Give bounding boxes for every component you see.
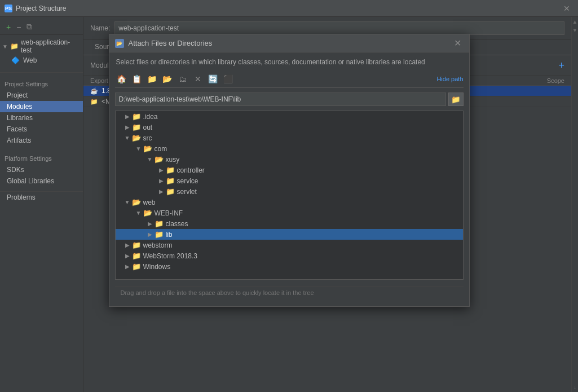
dialog-title-bar: 📂 Attach Files or Directories ✕ [109, 34, 469, 52]
file-tree-item-windows[interactable]: ▶ 📁 Windows [116, 261, 463, 272]
file-tree-item-com[interactable]: ▼ 📂 com [116, 143, 463, 154]
file-tree-item-classes[interactable]: ▶ 📁 classes [116, 218, 463, 229]
window-title: Project Structure [16, 5, 66, 12]
file-tree-label-xusy: xusy [166, 156, 180, 164]
expand-arrow-controller[interactable]: ▶ [158, 167, 164, 173]
dialog-title-left: 📂 Attach Files or Directories [115, 39, 213, 48]
expand-arrow-src[interactable]: ▼ [125, 135, 130, 141]
delete-button[interactable]: ✕ [191, 73, 205, 85]
file-tree-item-lib[interactable]: ▶ 📁 lib [116, 229, 463, 240]
file-tree-item-idea[interactable]: ▶ 📁 .idea [116, 111, 463, 122]
dialog-body: Select files or directories in which lib… [109, 52, 469, 306]
dialog-footer-text: Drag and drop a file into the space abov… [121, 289, 314, 296]
file-tree-label-controller: controller [177, 166, 205, 174]
file-tree-label-classes: classes [166, 220, 188, 228]
attach-files-dialog: 📂 Attach Files or Directories ✕ Select f… [109, 34, 470, 307]
hide-path-button[interactable]: Hide path [436, 76, 463, 82]
dialog-toolbar: 🏠 📋 📁 📂 🗂 ✕ 🔄 ⬛ Hide path [115, 71, 464, 88]
file-tree-item-src[interactable]: ▼ 📂 src [116, 133, 463, 143]
file-tree-item-servlet[interactable]: ▶ 📁 servlet [116, 186, 463, 197]
desktop-button[interactable]: 📋 [130, 73, 144, 85]
file-tree-label-service: service [177, 177, 198, 185]
file-tree-label-webstorm2018: WebStorm 2018.3 [143, 252, 198, 260]
title-bar-left: PS Project Structure [5, 5, 66, 12]
folder-icon-webstorm: 📁 [132, 241, 141, 249]
expand-arrow-out[interactable]: ▶ [125, 124, 130, 130]
path-input[interactable] [115, 93, 446, 106]
folder-icon-com: 📂 [143, 144, 152, 153]
app-icon: PS [5, 5, 12, 12]
expand-arrow-com[interactable]: ▼ [136, 146, 142, 152]
expand-arrow-webinf[interactable]: ▼ [136, 210, 142, 216]
folder-icon-webinf: 📂 [143, 209, 152, 217]
expand-arrow-classes[interactable]: ▶ [147, 221, 153, 227]
dialog-title-icon: 📂 [115, 39, 124, 48]
file-tree-label-servlet: servlet [177, 188, 197, 196]
compress-button[interactable]: 🗂 [176, 73, 189, 85]
path-row: 📁 [115, 93, 464, 106]
open-folder-button[interactable]: 📂 [161, 73, 174, 85]
refresh-button[interactable]: 🔄 [206, 73, 220, 85]
expand-arrow-xusy[interactable]: ▼ [147, 156, 153, 162]
expand-arrow-service[interactable]: ▶ [158, 178, 164, 184]
title-bar: PS Project Structure ✕ [0, 0, 578, 17]
file-tree-label-src: src [143, 134, 152, 142]
dialog-description: Select files or directories in which lib… [115, 58, 464, 66]
file-tree-label-windows: Windows [143, 263, 171, 271]
file-tree-item-webstorm2018[interactable]: ▶ 📁 WebStorm 2018.3 [116, 250, 463, 261]
dialog-close-button[interactable]: ✕ [452, 38, 464, 49]
expand-arrow-windows[interactable]: ▶ [125, 263, 130, 270]
file-tree-item-out[interactable]: ▶ 📁 out [116, 122, 463, 133]
folder-icon-lib: 📁 [155, 230, 164, 239]
file-tree-label-com: com [155, 145, 167, 153]
file-tree-label-webstorm: webstorm [143, 241, 173, 249]
folder-icon-classes: 📁 [155, 219, 164, 228]
file-tree-item-service[interactable]: ▶ 📁 service [116, 175, 463, 186]
expand-arrow-webstorm[interactable]: ▶ [125, 242, 130, 248]
folder-icon-webstorm2018: 📁 [132, 252, 141, 260]
file-tree-item-webstorm[interactable]: ▶ 📁 webstorm [116, 240, 463, 250]
file-tree-label-out: out [143, 124, 153, 131]
file-tree-label-webinf: WEB-INF [155, 209, 183, 217]
file-tree-label-lib: lib [166, 231, 173, 239]
folder-icon-out: 📁 [132, 123, 141, 131]
browse-button[interactable]: 📁 [448, 93, 464, 106]
folder-icon-idea: 📁 [132, 112, 141, 121]
home-button[interactable]: 🏠 [115, 73, 129, 85]
view-button[interactable]: ⬛ [222, 73, 235, 85]
expand-arrow-servlet[interactable]: ▶ [158, 188, 164, 195]
expand-arrow-web[interactable]: ▼ [125, 199, 130, 205]
folder-icon-windows: 📁 [132, 262, 141, 271]
folder-icon-web: 📂 [132, 198, 141, 206]
dialog-title-text: Attach Files or Directories [129, 39, 213, 47]
expand-arrow-lib[interactable]: ▶ [147, 231, 153, 237]
folder-icon-servlet: 📁 [166, 187, 175, 196]
file-tree-item-webinf[interactable]: ▼ 📂 WEB-INF [116, 208, 463, 218]
folder-icon-xusy: 📂 [155, 155, 164, 164]
file-tree-label-web: web [143, 199, 156, 206]
dialog-footer: Drag and drop a file into the space abov… [115, 287, 464, 301]
file-tree-label-idea: .idea [143, 113, 158, 121]
file-tree-item-xusy[interactable]: ▼ 📂 xusy [116, 154, 463, 165]
file-tree-item-web[interactable]: ▼ 📂 web [116, 197, 463, 208]
file-tree-item-controller[interactable]: ▶ 📁 controller [116, 165, 463, 175]
folder-icon-controller: 📁 [166, 166, 175, 174]
file-tree[interactable]: ▶ 📁 .idea ▶ 📁 out ▼ 📂 src [115, 111, 464, 280]
new-folder-button[interactable]: 📁 [145, 73, 159, 85]
expand-arrow-idea[interactable]: ▶ [125, 113, 130, 120]
folder-icon-src: 📂 [132, 134, 141, 142]
dialog-overlay: 📂 Attach Files or Directories ✕ Select f… [0, 17, 578, 392]
expand-arrow-webstorm2018[interactable]: ▶ [125, 253, 130, 259]
window-close-button[interactable]: ✕ [560, 3, 573, 14]
folder-icon-service: 📁 [166, 177, 175, 185]
